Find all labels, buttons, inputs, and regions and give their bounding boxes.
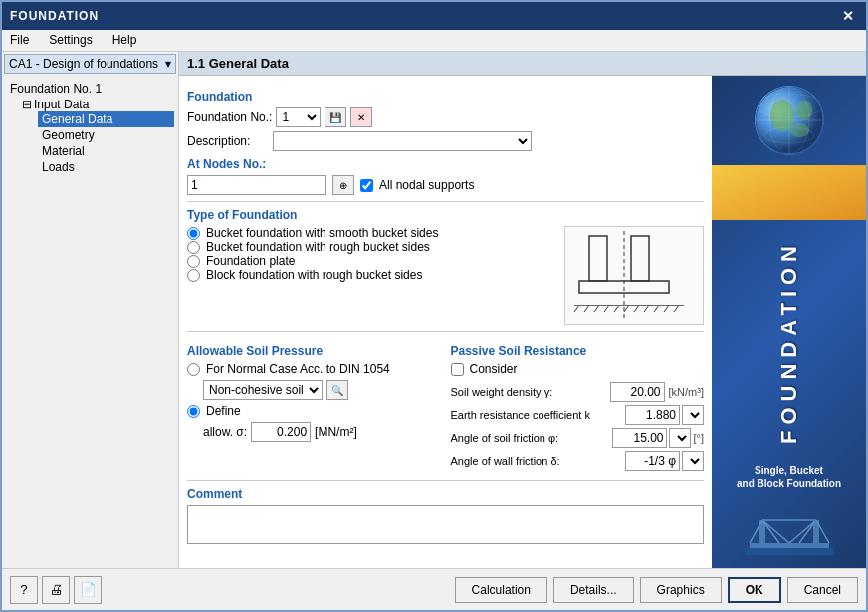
wall-friction-select[interactable]: ▾ (682, 451, 704, 471)
tree-folder-label: Input Data (34, 98, 89, 111)
soil-friction-unit: [°] (693, 432, 704, 444)
wall-friction-row: Angle of wall friction δ: -1/3 φ ▾ (451, 451, 705, 471)
ok-button[interactable]: OK (728, 577, 781, 603)
allow-sigma-row: allow. σ: 0.200 [MN/m²] (187, 422, 441, 442)
sidebar-main-text: FOUNDATION (776, 240, 802, 444)
sidebar-subtitle-text: Single, Bucketand Block Foundation (737, 465, 841, 489)
radio-define[interactable] (187, 405, 200, 418)
save-icon-button[interactable]: 💾 (325, 107, 346, 127)
menu-help[interactable]: Help (108, 32, 141, 49)
tree-leaf-label: Material (42, 144, 85, 158)
foundation-no-group: Foundation No.: 1 💾 ✕ Description: (187, 107, 704, 151)
tree-children: ⊟ Input Data General Data Geometry Mater… (6, 98, 174, 175)
earth-resistance-input[interactable]: 1.880 (625, 405, 680, 425)
details-button[interactable]: Details... (553, 577, 634, 603)
svg-rect-35 (745, 548, 834, 555)
calculation-button[interactable]: Calculation (455, 577, 547, 603)
window-title: FOUNDATION (10, 9, 99, 23)
earth-resistance-select[interactable]: ▾ (682, 405, 704, 425)
allow-sigma-input[interactable]: 0.200 (251, 422, 311, 442)
globe-area (718, 86, 860, 155)
form-area: Foundation Foundation No.: 1 💾 ✕ Des (179, 76, 712, 568)
bridge-svg (745, 506, 834, 555)
svg-line-5 (574, 306, 579, 312)
tree-leaf-label: Geometry (42, 128, 95, 142)
wall-friction-input-group: -1/3 φ ▾ (625, 451, 704, 471)
earth-resistance-label: Earth resistance coefficient k (451, 409, 622, 421)
svg-line-10 (624, 306, 629, 312)
sidebar-subtitle: Single, Bucketand Block Foundation (737, 464, 841, 490)
foundation-no-select[interactable]: 1 (276, 107, 321, 127)
globe-svg (755, 86, 824, 155)
comment-textarea[interactable] (187, 505, 704, 544)
radio-for-normal-case[interactable] (187, 363, 200, 376)
radio-bucket-smooth[interactable] (187, 227, 200, 240)
soil-density-input[interactable]: 20.00 (610, 382, 665, 402)
foundation-types-area: Bucket foundation with smooth bucket sid… (187, 226, 704, 325)
radio-label-1: Bucket foundation with rough bucket side… (206, 240, 430, 254)
delete-icon-button[interactable]: ✕ (350, 107, 372, 127)
allowable-soil-title: Allowable Soil Pressure (187, 344, 441, 358)
tree-root: Foundation No. 1 (6, 80, 174, 98)
tree-leaf-label: Loads (42, 160, 75, 174)
svg-line-9 (614, 306, 619, 312)
radio-bucket-rough[interactable] (187, 241, 200, 254)
soil-density-label: Soil weight density γ: (451, 386, 606, 398)
menu-settings[interactable]: Settings (45, 32, 96, 49)
wall-friction-input[interactable]: -1/3 φ (625, 451, 680, 471)
module-selector[interactable]: CA1 - Design of foundations ▾ (4, 54, 176, 74)
export-icon-button[interactable]: 📄 (74, 576, 102, 604)
left-panel: CA1 - Design of foundations ▾ Foundation… (2, 52, 179, 568)
radio-label-2: Foundation plate (206, 254, 295, 268)
sidebar-item-material[interactable]: Material (38, 143, 174, 159)
svg-point-19 (789, 123, 809, 137)
radio-foundation-plate[interactable] (187, 255, 200, 268)
soil-density-unit: [kN/m³] (669, 386, 704, 398)
tree-folder-input-data: ⊟ Input Data (22, 98, 174, 111)
graphics-button[interactable]: Graphics (640, 577, 722, 603)
sidebar-item-loads[interactable]: Loads (38, 159, 174, 175)
radio-options: Bucket foundation with smooth bucket sid… (187, 226, 554, 325)
radio-label-0: Bucket foundation with smooth bucket sid… (206, 226, 438, 240)
sidebar-graphic: FOUNDATION Single, Bucketand Block Found… (712, 76, 866, 568)
consider-checkbox[interactable] (451, 363, 464, 376)
help-icon-button[interactable]: ? (10, 576, 38, 604)
soil-columns: Allowable Soil Pressure For Normal Case … (187, 338, 704, 474)
non-cohesive-pick-button[interactable]: 🔍 (326, 380, 348, 400)
sidebar-item-general-data[interactable]: General Data (38, 111, 174, 127)
cancel-button[interactable]: Cancel (787, 577, 858, 603)
radio-row-3: Block foundation with rough bucket sides (187, 268, 554, 282)
separator-3 (187, 480, 704, 481)
allow-sigma-label: allow. σ: (203, 425, 247, 439)
allowable-soil-col: Allowable Soil Pressure For Normal Case … (187, 338, 441, 474)
soil-friction-select[interactable]: ▾ (669, 428, 691, 448)
svg-point-18 (796, 101, 812, 120)
all-nodal-supports-checkbox[interactable] (360, 179, 373, 192)
tree-leaf-label: General Data (42, 112, 112, 126)
title-bar: FOUNDATION ✕ (2, 2, 866, 30)
description-select[interactable] (273, 131, 532, 151)
earth-resistance-row: Earth resistance coefficient k 1.880 ▾ (451, 405, 705, 425)
content-area: 1.1 General Data Foundation Foundation N… (179, 52, 866, 568)
comment-title: Comment (187, 487, 704, 501)
pick-node-button[interactable]: ⊕ (332, 175, 354, 195)
allow-sigma-input-row: allow. σ: 0.200 [MN/m²] (203, 422, 441, 442)
at-nodes-title: At Nodes No.: (187, 157, 704, 171)
menu-bar: File Settings Help (2, 30, 866, 52)
svg-line-13 (654, 306, 659, 312)
soil-friction-input[interactable]: 15.00 (612, 428, 667, 448)
svg-line-7 (594, 306, 599, 312)
svg-line-33 (789, 520, 816, 543)
print-icon-button[interactable]: 🖨 (42, 576, 70, 604)
svg-line-12 (644, 306, 649, 312)
soil-density-row: Soil weight density γ: 20.00 [kN/m³] (451, 382, 705, 402)
non-cohesive-select[interactable]: Non-cohesive soil (203, 380, 323, 400)
foundation-no-label: Foundation No.: (187, 110, 272, 124)
menu-file[interactable]: File (6, 32, 33, 49)
close-button[interactable]: ✕ (838, 8, 858, 24)
sidebar-item-geometry[interactable]: Geometry (38, 127, 174, 143)
radio-block-foundation[interactable] (187, 269, 200, 282)
at-nodes-input[interactable]: 1 (187, 175, 326, 195)
tree-expand-icon: ⊟ (22, 98, 32, 111)
section-header: 1.1 General Data (179, 52, 866, 76)
